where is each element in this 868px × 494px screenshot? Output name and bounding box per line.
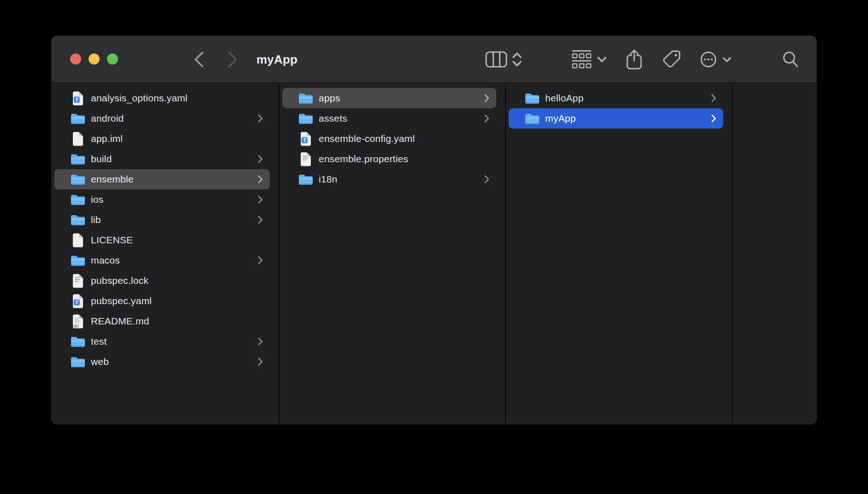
chevron-right-icon [484,94,490,103]
list-item[interactable]: pubspec.lock [54,271,270,291]
item-label: test [91,336,107,347]
tag-button[interactable] [661,49,682,70]
list-item[interactable]: T analysis_options.yaml [54,88,270,108]
document-icon [70,131,86,147]
list-item[interactable]: i18n [282,169,496,189]
search-button[interactable] [781,49,800,70]
back-button[interactable] [188,49,209,70]
item-label: helloApp [545,93,583,104]
chevron-up-down-icon [512,52,522,67]
folder-icon [70,354,86,370]
item-label: apps [319,93,340,104]
traffic-lights [70,53,118,65]
item-label: myApp [545,113,576,124]
chevron-right-icon [711,94,717,103]
document-icon [70,232,86,248]
chevron-right-icon [257,215,263,224]
svg-text:T: T [75,300,79,305]
chevron-right-icon [484,114,490,123]
browser-column-1[interactable]: T analysis_options.yaml android app.iml … [52,83,279,424]
finder-window: myApp [52,36,816,424]
item-label: i18n [319,174,338,185]
list-item[interactable]: assets [282,108,496,129]
list-item[interactable]: ios [54,189,270,210]
more-actions-button[interactable] [699,49,731,70]
chevron-right-icon [257,357,263,366]
item-label: ios [91,194,103,205]
list-item[interactable]: app.iml [54,129,270,149]
chevron-right-icon [484,175,490,184]
svg-text:T: T [75,97,79,102]
list-item[interactable]: T pubspec.yaml [54,291,270,311]
list-item[interactable]: android [54,108,270,129]
ellipsis-circle-icon [699,50,718,69]
folder-icon [70,192,86,207]
share-button[interactable] [625,49,643,70]
list-item[interactable]: build [54,149,270,169]
item-label: ensemble [91,174,134,185]
item-label: ensemble-config.yaml [319,133,415,144]
folder-icon [298,90,314,106]
list-item[interactable]: web [54,352,270,372]
chevron-right-icon [257,154,263,164]
list-item[interactable]: macos [54,250,270,271]
list-item[interactable]: apps [282,88,496,108]
chevron-right-icon [257,114,263,123]
svg-text:T: T [303,137,307,143]
folder-icon [70,334,86,349]
document-icon: T [298,131,314,147]
item-label: app.iml [91,133,123,144]
item-label: LICENSE [91,235,133,246]
chevron-right-icon [257,256,263,265]
folder-icon [298,111,314,126]
zoom-button[interactable] [107,53,118,65]
item-label: web [91,356,109,367]
item-label: macos [91,255,120,266]
share-icon [625,49,643,70]
close-button[interactable] [70,53,81,65]
folder-icon [524,111,540,126]
group-icon [571,50,592,69]
list-item[interactable]: myApp [509,108,723,129]
chevron-right-icon [227,50,239,69]
chevron-left-icon [193,50,205,69]
browser-column-2[interactable]: apps assets T ensemble-config.yaml ensem… [279,83,505,424]
document-icon: MD [70,313,86,329]
browser-column-3[interactable]: helloApp myApp [506,83,732,424]
list-item[interactable]: lib [54,210,270,230]
list-item[interactable]: ensemble [54,169,270,189]
folder-icon [70,111,86,126]
folder-icon [70,171,86,187]
list-item[interactable]: helloApp [509,88,723,108]
group-by-button[interactable] [571,49,607,70]
list-item[interactable]: T ensemble-config.yaml [282,129,496,149]
item-label: pubspec.lock [91,275,149,286]
list-item[interactable]: test [54,331,270,352]
item-label: ensemble.properties [319,153,408,165]
minimize-button[interactable] [89,53,100,65]
item-label: pubspec.yaml [91,295,152,306]
item-label: lib [91,214,101,225]
folder-icon [70,151,86,167]
list-item[interactable]: MD README.md [54,311,270,331]
folder-icon [70,253,86,268]
view-mode-button[interactable] [485,49,522,70]
item-label: build [91,153,112,165]
search-icon [781,50,800,69]
item-label: README.md [91,316,149,327]
chevron-down-icon [597,56,607,63]
browser-column-4[interactable] [733,83,816,424]
chevron-right-icon [257,195,263,204]
item-label: assets [319,113,347,124]
svg-text:MD: MD [74,324,78,327]
forward-button[interactable] [222,49,244,70]
chevron-right-icon [711,114,717,123]
window-title: myApp [256,36,297,83]
document-icon: T [70,90,86,106]
column-browser: T analysis_options.yaml android app.iml … [52,83,816,424]
tag-icon [661,49,682,70]
list-item[interactable]: ensemble.properties [282,149,496,169]
chevron-right-icon [257,337,263,346]
list-item[interactable]: LICENSE [54,230,270,250]
column-view-icon [485,51,507,68]
